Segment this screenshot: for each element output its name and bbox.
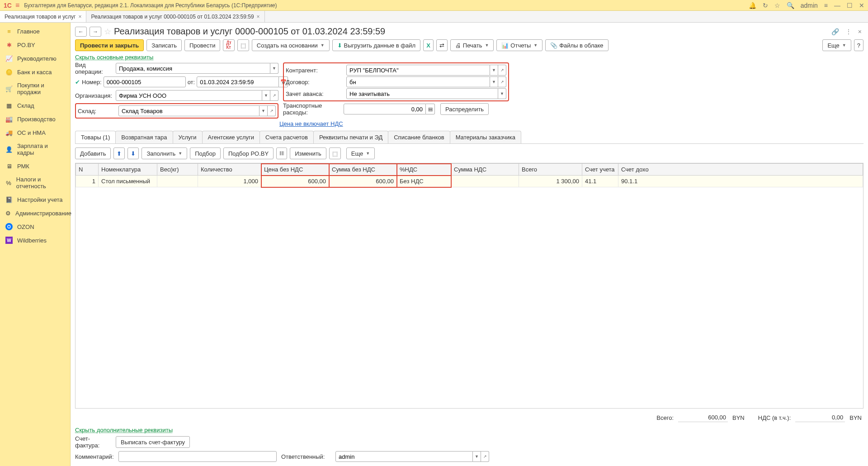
sidebar-item-hr[interactable]: 👤Зарплата и кадры bbox=[0, 139, 70, 159]
comment-input[interactable] bbox=[118, 451, 277, 462]
exchange-button[interactable]: ⇄ bbox=[436, 39, 448, 51]
post-button[interactable]: Провести bbox=[184, 39, 221, 51]
export-file-button[interactable]: ⬇Выгрузить данные в файл bbox=[332, 39, 421, 51]
dropdown-icon[interactable]: ▼ bbox=[270, 63, 278, 74]
open-icon[interactable]: ↗ bbox=[270, 90, 278, 101]
sidebar-item-main[interactable]: ≡Главное bbox=[0, 24, 70, 38]
dropdown-icon[interactable]: ▼ bbox=[490, 76, 498, 87]
subtab-agent[interactable]: Агентские услуги bbox=[202, 131, 260, 143]
col-acct[interactable]: Счет учета bbox=[582, 164, 618, 176]
sidebar-item-production[interactable]: 🏭Производство bbox=[0, 112, 70, 126]
kebab-icon[interactable]: ⋮ bbox=[844, 27, 854, 36]
subtab-materials[interactable]: Материалы заказчика bbox=[450, 131, 521, 143]
more-button[interactable]: Еще▼ bbox=[822, 39, 851, 51]
tab-realization-list[interactable]: Реализация товаров и услуг × bbox=[0, 11, 86, 22]
post-close-button[interactable]: Провести и закрыть bbox=[75, 39, 144, 51]
cell-vatpct[interactable]: Без НДС bbox=[397, 176, 451, 187]
op-type-input[interactable] bbox=[116, 63, 270, 74]
col-item[interactable]: Номенклатура bbox=[99, 164, 157, 176]
sidebar-item-bank[interactable]: 🪙Банк и касса bbox=[0, 65, 70, 79]
dropdown-icon[interactable]: ▼ bbox=[490, 65, 498, 76]
sidebar-item-poby[interactable]: ✱PO.BY bbox=[0, 38, 70, 52]
col-n[interactable]: N bbox=[76, 164, 99, 176]
cell-acct2[interactable]: 90.1.1 bbox=[618, 176, 863, 187]
reports-button[interactable]: 📊Отчеты▼ bbox=[496, 39, 542, 51]
dropdown-icon[interactable]: ▼ bbox=[473, 451, 481, 462]
tab-realization-doc[interactable]: Реализация товаров и услуг 0000-000105 о… bbox=[86, 11, 264, 22]
transport-input[interactable] bbox=[344, 104, 426, 114]
hide-main-link[interactable]: Скрыть основные реквизиты bbox=[75, 54, 153, 61]
move-up-button[interactable]: ⬆ bbox=[113, 147, 125, 159]
subtab-goods[interactable]: Товары (1) bbox=[75, 131, 116, 143]
write-button[interactable]: Записать bbox=[146, 39, 182, 51]
close-icon[interactable]: ✕ bbox=[859, 2, 864, 9]
cell-n[interactable]: 1 bbox=[76, 176, 99, 187]
user-label[interactable]: admin bbox=[801, 2, 818, 9]
col-weight[interactable]: Вес(кг) bbox=[157, 164, 198, 176]
subtab-services[interactable]: Услуги bbox=[173, 131, 203, 143]
dropdown-icon[interactable]: ▼ bbox=[498, 88, 506, 99]
col-vatsum[interactable]: Сумма НДС bbox=[451, 164, 519, 176]
open-icon[interactable]: ↗ bbox=[498, 65, 506, 76]
sidebar-item-sales[interactable]: 🛒Покупки и продажи bbox=[0, 79, 70, 99]
pick-poby-button[interactable]: Подбор PO.BY bbox=[223, 147, 274, 159]
cell-total[interactable]: 1 300,00 bbox=[519, 176, 582, 187]
sidebar-item-manager[interactable]: 📈Руководителю bbox=[0, 52, 70, 65]
burger-icon[interactable]: ≡ bbox=[15, 1, 19, 10]
org-input[interactable] bbox=[116, 90, 262, 101]
table-more-button[interactable]: Еще▼ bbox=[346, 147, 375, 159]
subtab-print[interactable]: Реквизиты печати и ЭД bbox=[313, 131, 388, 143]
excel-button[interactable]: X bbox=[423, 39, 434, 51]
col-acct2[interactable]: Счет дохо bbox=[618, 164, 863, 176]
cell-weight[interactable] bbox=[157, 176, 198, 187]
col-vatpct[interactable]: %НДС bbox=[397, 164, 451, 176]
back-button[interactable]: ← bbox=[75, 27, 87, 37]
sidebar-item-wb[interactable]: WWildberries bbox=[0, 233, 70, 247]
sidebar-item-warehouse[interactable]: ▦Склад bbox=[0, 99, 70, 112]
sidebar-item-assets[interactable]: 🚚ОС и НМА bbox=[0, 126, 70, 139]
fill-button[interactable]: Заполнить▼ bbox=[142, 147, 187, 159]
cell-vatsum[interactable] bbox=[451, 176, 519, 187]
calc-icon[interactable]: ▤ bbox=[426, 104, 435, 114]
maximize-icon[interactable]: ☐ bbox=[847, 2, 853, 9]
date-input[interactable] bbox=[197, 76, 279, 87]
subtab-accounts[interactable]: Счета расчетов bbox=[259, 131, 314, 143]
cell-acct[interactable]: 41.1 bbox=[582, 176, 618, 187]
open-icon[interactable]: ↗ bbox=[498, 76, 506, 87]
table-row[interactable]: 1 Стол письменный 1,000 600,00 600,00 Бе… bbox=[76, 176, 863, 187]
sidebar-item-admin[interactable]: ⚙Администрирование bbox=[0, 206, 70, 220]
move-down-button[interactable]: ⬇ bbox=[127, 147, 139, 159]
number-input[interactable] bbox=[104, 76, 186, 87]
dropdown-icon[interactable]: ▼ bbox=[259, 105, 268, 116]
counterparty-input[interactable] bbox=[346, 65, 490, 76]
col-price[interactable]: Цена без НДС bbox=[261, 164, 329, 176]
dropdown-icon[interactable]: ▼ bbox=[262, 90, 270, 101]
minimize-icon[interactable]: — bbox=[834, 2, 840, 9]
cell-qty[interactable]: 1,000 bbox=[198, 176, 261, 187]
warehouse-input[interactable] bbox=[118, 105, 259, 116]
add-row-button[interactable]: Добавить bbox=[75, 147, 111, 159]
vat-mode-link[interactable]: Цена не включает НДС bbox=[279, 120, 343, 127]
cloud-files-button[interactable]: 📎Файлы в облаке bbox=[545, 39, 608, 51]
cell-item[interactable]: Стол письменный bbox=[99, 176, 157, 187]
print-button[interactable]: 🖨Печать▼ bbox=[450, 39, 494, 51]
open-icon[interactable]: ↗ bbox=[481, 451, 489, 462]
favorite-icon[interactable]: ☆ bbox=[104, 27, 111, 37]
hide-extra-link[interactable]: Скрыть дополнительные реквизиты bbox=[75, 427, 173, 433]
cell-sum[interactable]: 600,00 bbox=[329, 176, 397, 187]
distribute-button[interactable]: Распределить bbox=[440, 103, 489, 115]
goods-table[interactable]: N Номенклатура Вес(кг) Количество Цена б… bbox=[75, 163, 863, 409]
sidebar-item-rmk[interactable]: 🖥РМК bbox=[0, 159, 70, 173]
history-icon[interactable]: ↻ bbox=[763, 2, 768, 9]
edit-button[interactable]: Изменить bbox=[290, 147, 326, 159]
close-icon[interactable]: × bbox=[257, 14, 260, 20]
open-icon[interactable]: ↗ bbox=[268, 105, 276, 116]
sidebar-item-settings[interactable]: 📓Настройки учета bbox=[0, 193, 70, 206]
expand-button[interactable]: ⬚ bbox=[329, 147, 341, 159]
close-doc-icon[interactable]: × bbox=[856, 27, 863, 36]
bell-icon[interactable]: 🔔 bbox=[749, 2, 756, 9]
forward-button[interactable]: → bbox=[90, 27, 101, 37]
settings-icon[interactable]: ≡ bbox=[824, 2, 828, 9]
advance-input[interactable] bbox=[346, 88, 498, 99]
sidebar-item-ozon[interactable]: OOZON bbox=[0, 220, 70, 233]
